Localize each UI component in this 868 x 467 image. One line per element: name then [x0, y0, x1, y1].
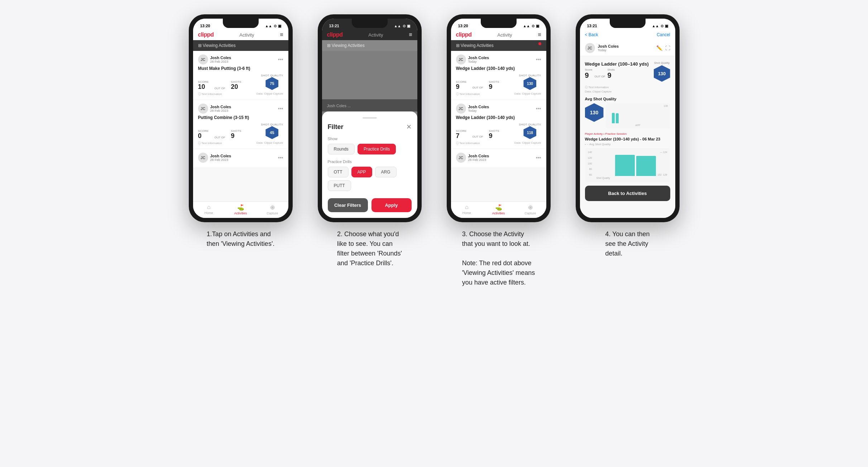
footer-left-3a: ⓘ Test Information [456, 92, 480, 96]
activities-icon-1: ⛳ [237, 204, 244, 211]
modal-actions: Clear Filters Apply [328, 198, 412, 212]
status-time-1: 13:20 [200, 24, 210, 28]
battery-icon-2: ▣ [407, 24, 410, 28]
filter-btn-practice-drills[interactable]: Practice Drills [358, 144, 396, 154]
viewing-bar-1[interactable]: ⊞ Viewing Activities [193, 40, 288, 51]
avg-quality-label: Avg Shot Quality [585, 97, 670, 101]
card-stats-1: Score 10 OUT OF Shots 20 [198, 74, 283, 90]
signal-icon-3: ▲▲ [523, 24, 530, 28]
nav-home-1[interactable]: ⌂ Home [193, 204, 225, 215]
footer-right-3b: Data: Clippd Capture [514, 141, 541, 145]
phone-screen-3: 13:20 ▲▲ ⊙ ▣ clippd Activity ≡ ⊞ Viewing… [451, 19, 546, 218]
phone-notch-2 [352, 19, 388, 28]
nav-home-3[interactable]: ⌂ Home [451, 204, 483, 215]
menu-icon-3[interactable]: ≡ [538, 32, 541, 38]
score-value-4: 9 [585, 71, 589, 79]
card-title-3a: Wedge Ladder (100–140 yds) [456, 66, 541, 71]
footer-left-1: ⓘ Test Information [198, 92, 222, 96]
apply-button[interactable]: Apply [371, 198, 412, 212]
filter-modal: Filter ✕ Show Rounds Practice Drills Pra… [322, 111, 417, 218]
y-label-60: 60 [588, 173, 592, 176]
nav-activities-3[interactable]: ⛳ Activities [483, 204, 514, 215]
card-title-1: Must Make Putting (3-6 ft) [198, 66, 283, 71]
signal-icon-4: ▲▲ [652, 24, 659, 28]
session-title: Wedge Ladder (100–140 yds) - 06 Mar 23 [585, 137, 670, 141]
menu-icon-2[interactable]: ≡ [409, 32, 412, 38]
status-icons-4: ▲▲ ⊙ ▣ [652, 24, 668, 28]
stat-score-2: Score 0 [198, 129, 209, 139]
avatar-3c: JC [456, 153, 466, 163]
filter-btn-ott[interactable]: OTT [328, 167, 349, 177]
card-footer-1: ⓘ Test Information Data: Clippd Capture [198, 92, 283, 96]
outof-2: OUT OF [214, 136, 225, 139]
phone-section-4: 13:21 ▲▲ ⊙ ▣ < Back Cancel JC [570, 14, 685, 287]
nav-capture-3[interactable]: ⊕ Capture [514, 204, 546, 215]
nav-capture-1[interactable]: ⊕ Capture [256, 204, 288, 215]
activity-card-2[interactable]: JC Josh Coles 28 Feb 2023 ••• Putting Co… [193, 100, 288, 149]
activity-card-3c[interactable]: JC Josh Coles 28 Feb 2023 ••• [451, 149, 546, 168]
session-subtitle: •→ Avg Shot Quality [585, 143, 670, 146]
viewing-bar-text-2: ⊞ Viewing Activities [327, 43, 365, 48]
filter-btn-putt[interactable]: PUTT [328, 180, 351, 191]
home-icon-1: ⌂ [207, 204, 211, 210]
edit-icon[interactable]: ✏️ [656, 45, 662, 51]
phone-frame-3: 13:20 ▲▲ ⊙ ▣ clippd Activity ≡ ⊞ Viewing… [447, 14, 551, 222]
back-button[interactable]: < Back [585, 32, 598, 37]
phone-frame-2: 13:21 ▲▲ ⊙ ▣ clippd Activity ≡ ⊞ Viewing… [318, 14, 422, 222]
filter-btn-app[interactable]: APP [351, 167, 372, 177]
filter-btn-rounds[interactable]: Rounds [328, 144, 355, 154]
nav-home-label-3: Home [462, 211, 471, 215]
drill-title-4: Wedge Ladder (100–140 yds) [585, 61, 649, 67]
caption-2: 2. Choose what you'd like to see. You ca… [337, 229, 402, 268]
back-to-activities-button[interactable]: Back to Activities [585, 186, 670, 201]
detail-user-info: JC Josh Coles Today [585, 43, 619, 53]
sub-info-4b: Data: Clippd Capture [585, 90, 670, 93]
app-header-1: clippd Activity ≡ [193, 29, 288, 40]
y-label-140: 140 [588, 151, 592, 153]
activity-card-3[interactable]: JC Josh Coles 28 Feb 2023 ••• [193, 149, 288, 168]
card-dots-3b[interactable]: ••• [536, 106, 541, 111]
bar-label-132: 132 [657, 173, 662, 176]
card-dots-3[interactable]: ••• [278, 155, 283, 161]
phone-frame-4: 13:21 ▲▲ ⊙ ▣ < Back Cancel JC [576, 14, 680, 222]
activity-card-3a[interactable]: JC Josh Coles Today ••• Wedge Ladder (10… [451, 51, 546, 100]
close-icon[interactable]: ✕ [406, 123, 412, 131]
modal-title: Filter [328, 123, 344, 131]
shot-quality-hex-1: 75 [265, 77, 278, 90]
card-dots-1[interactable]: ••• [278, 57, 283, 62]
viewing-bar-3[interactable]: ⊞ Viewing Activities [451, 40, 546, 51]
viewing-bar-2[interactable]: ⊞ Viewing Activities [322, 40, 417, 51]
menu-icon-1[interactable]: ≡ [280, 32, 283, 38]
card-title-2: Putting Combine (3-15 ft) [198, 115, 283, 120]
footer-left-2: ⓘ Test Information [198, 141, 222, 145]
sub-info-4: ⓘ Test Information [585, 85, 670, 89]
avatar-4: JC [585, 43, 595, 53]
card-dots-2[interactable]: ••• [278, 106, 283, 111]
detail-actions: ✏️ ⛶ [656, 45, 670, 51]
card-stats-2: Score 0 OUT OF Shots 9 [198, 123, 283, 139]
detail-content: Wedge Ladder (100–140 yds) Score 9 OUT O… [580, 56, 675, 206]
card-dots-3a[interactable]: ••• [536, 57, 541, 62]
card-dots-3c[interactable]: ••• [536, 155, 541, 161]
card-header-3a: JC Josh Coles Today ••• [456, 54, 541, 65]
quality-label-3a: Shot Quality [519, 74, 541, 77]
card-stats-3b: Score 7 OUT OF Shots 9 [456, 123, 541, 139]
avatar-1: JC [198, 54, 208, 65]
expand-icon[interactable]: ⛶ [665, 45, 670, 51]
user-info-3: Josh Coles 28 Feb 2023 [210, 154, 231, 162]
chart-max-label: 130 [664, 105, 668, 107]
y-label-100: 100 [588, 162, 592, 165]
activity-card-3b[interactable]: JC Josh Coles Today ••• Wedge Ladder (10… [451, 100, 546, 149]
signal-icon-2: ▲▲ [394, 24, 401, 28]
activity-card-1[interactable]: JC Josh Coles 28 Feb 2023 ••• Must Make … [193, 51, 288, 100]
signal-icon: ▲▲ [265, 24, 272, 28]
logo-1: clippd [198, 32, 214, 38]
user-name-3b: Josh Coles [468, 105, 489, 109]
clear-filters-button[interactable]: Clear Filters [328, 198, 368, 212]
quality-label-3b: Shot Quality [519, 123, 541, 126]
user-date-3c: 28 Feb 2023 [468, 158, 489, 162]
cancel-button[interactable]: Cancel [657, 32, 670, 37]
nav-activities-1[interactable]: ⛳ Activities [225, 204, 256, 215]
shots-value-1: 20 [231, 84, 241, 90]
filter-btn-arg[interactable]: ARG [375, 167, 397, 177]
